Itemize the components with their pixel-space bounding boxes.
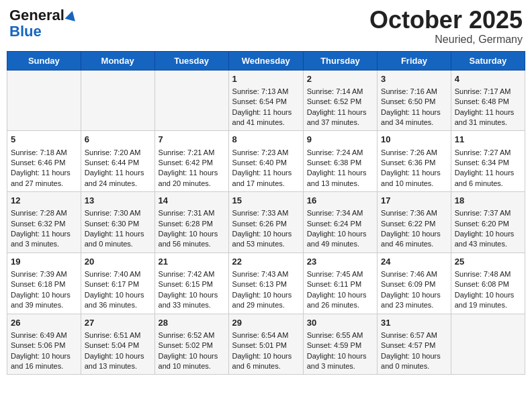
day-info-line: Sunset: 6:15 PM bbox=[159, 279, 225, 289]
day-info-line: Sunset: 6:30 PM bbox=[85, 219, 151, 229]
calendar-cell: 23Sunrise: 7:45 AMSunset: 6:11 PMDayligh… bbox=[303, 253, 377, 314]
day-info-line: Daylight: 11 hours and 37 minutes. bbox=[307, 107, 373, 128]
day-info-line: Sunrise: 7:39 AM bbox=[11, 269, 77, 279]
day-number: 19 bbox=[11, 256, 77, 268]
day-info-line: Sunset: 6:11 PM bbox=[307, 279, 373, 289]
day-number: 25 bbox=[455, 256, 521, 268]
day-info-line: Daylight: 11 hours and 27 minutes. bbox=[11, 168, 77, 189]
day-info-line: Daylight: 10 hours and 10 minutes. bbox=[159, 351, 225, 372]
day-number: 30 bbox=[307, 317, 373, 329]
day-info-line: Sunrise: 7:23 AM bbox=[232, 148, 300, 158]
calendar-cell: 25Sunrise: 7:48 AMSunset: 6:08 PMDayligh… bbox=[451, 253, 525, 314]
day-info-line: Daylight: 11 hours and 10 minutes. bbox=[381, 168, 447, 189]
day-number: 5 bbox=[11, 134, 77, 146]
calendar-cell: 22Sunrise: 7:43 AMSunset: 6:13 PMDayligh… bbox=[228, 253, 303, 314]
day-info-line: Sunrise: 7:20 AM bbox=[85, 148, 151, 158]
calendar-cell: 31Sunrise: 6:57 AMSunset: 4:57 PMDayligh… bbox=[378, 314, 451, 375]
day-info-line: Sunset: 6:50 PM bbox=[381, 97, 447, 107]
day-info-line: Sunset: 6:32 PM bbox=[11, 219, 77, 229]
day-info-line: Sunrise: 7:42 AM bbox=[159, 269, 225, 279]
calendar-cell: 13Sunrise: 7:30 AMSunset: 6:30 PMDayligh… bbox=[81, 192, 154, 253]
calendar-cell: 18Sunrise: 7:37 AMSunset: 6:20 PMDayligh… bbox=[451, 192, 525, 253]
day-info-line: Daylight: 10 hours and 26 minutes. bbox=[307, 290, 373, 311]
day-info-line: Daylight: 10 hours and 6 minutes. bbox=[232, 351, 300, 372]
calendar-table: SundayMondayTuesdayWednesdayThursdayFrid… bbox=[7, 51, 525, 375]
day-info-line: Sunrise: 7:31 AM bbox=[159, 208, 225, 218]
day-info-line: Sunrise: 7:40 AM bbox=[85, 269, 151, 279]
day-info-line: Daylight: 10 hours and 53 minutes. bbox=[232, 229, 300, 250]
day-number: 10 bbox=[381, 134, 447, 146]
day-number: 29 bbox=[232, 317, 300, 329]
day-number: 11 bbox=[455, 134, 521, 146]
day-info-line: Sunset: 6:54 PM bbox=[232, 97, 300, 107]
day-info-line: Sunrise: 7:21 AM bbox=[159, 148, 225, 158]
day-info-line: Sunset: 6:26 PM bbox=[232, 219, 300, 229]
day-info-line: Daylight: 10 hours and 49 minutes. bbox=[307, 229, 373, 250]
day-number: 28 bbox=[159, 317, 225, 329]
day-info-line: Sunset: 6:17 PM bbox=[85, 279, 151, 289]
day-number: 2 bbox=[307, 73, 373, 85]
weekday-header-friday: Friday bbox=[378, 51, 451, 70]
day-info-line: Sunrise: 7:46 AM bbox=[381, 269, 447, 279]
day-info-line: Daylight: 11 hours and 6 minutes. bbox=[455, 168, 521, 189]
day-info-line: Daylight: 10 hours and 29 minutes. bbox=[232, 290, 300, 311]
day-info-line: Sunset: 5:06 PM bbox=[11, 340, 77, 351]
day-info-line: Daylight: 10 hours and 43 minutes. bbox=[455, 229, 521, 250]
day-info-line: Sunrise: 6:51 AM bbox=[85, 330, 151, 340]
calendar-cell: 15Sunrise: 7:33 AMSunset: 6:26 PMDayligh… bbox=[228, 192, 303, 253]
day-number: 20 bbox=[85, 256, 151, 268]
day-info-line: Sunset: 6:52 PM bbox=[307, 97, 373, 107]
weekday-header-tuesday: Tuesday bbox=[154, 51, 228, 70]
day-info-line: Sunset: 6:20 PM bbox=[455, 219, 521, 229]
calendar-cell: 30Sunrise: 6:55 AMSunset: 4:59 PMDayligh… bbox=[303, 314, 377, 375]
day-number: 14 bbox=[159, 195, 225, 207]
day-info-line: Sunset: 6:24 PM bbox=[307, 219, 373, 229]
day-info-line: Sunrise: 6:54 AM bbox=[232, 330, 300, 340]
calendar-cell: 8Sunrise: 7:23 AMSunset: 6:40 PMDaylight… bbox=[228, 131, 303, 192]
day-info-line: Daylight: 11 hours and 31 minutes. bbox=[455, 107, 521, 128]
calendar-cell: 1Sunrise: 7:13 AMSunset: 6:54 PMDaylight… bbox=[228, 70, 303, 131]
day-number: 17 bbox=[381, 195, 447, 207]
day-info-line: Daylight: 10 hours and 19 minutes. bbox=[455, 290, 521, 311]
calendar-cell: 29Sunrise: 6:54 AMSunset: 5:01 PMDayligh… bbox=[228, 314, 303, 375]
day-info-line: Sunrise: 7:14 AM bbox=[307, 87, 373, 97]
day-number: 8 bbox=[232, 134, 300, 146]
day-info-line: Daylight: 11 hours and 17 minutes. bbox=[232, 168, 300, 189]
day-info-line: Sunset: 5:04 PM bbox=[85, 340, 151, 351]
day-info-line: Daylight: 10 hours and 36 minutes. bbox=[85, 290, 151, 311]
day-info-line: Sunset: 6:22 PM bbox=[381, 219, 447, 229]
calendar-week-row: 26Sunrise: 6:49 AMSunset: 5:06 PMDayligh… bbox=[7, 314, 525, 375]
day-info-line: Sunset: 6:44 PM bbox=[85, 158, 151, 168]
day-info-line: Daylight: 10 hours and 13 minutes. bbox=[85, 351, 151, 372]
day-info-line: Sunset: 4:59 PM bbox=[307, 340, 373, 351]
day-info-line: Sunrise: 7:37 AM bbox=[455, 208, 521, 218]
calendar-cell: 12Sunrise: 7:28 AMSunset: 6:32 PMDayligh… bbox=[7, 192, 81, 253]
day-info-line: Daylight: 11 hours and 34 minutes. bbox=[381, 107, 447, 128]
calendar-cell: 19Sunrise: 7:39 AMSunset: 6:18 PMDayligh… bbox=[7, 253, 81, 314]
day-info-line: Sunset: 6:42 PM bbox=[159, 158, 225, 168]
day-info-line: Sunset: 5:02 PM bbox=[159, 340, 225, 351]
day-info-line: Daylight: 11 hours and 41 minutes. bbox=[232, 107, 300, 128]
day-info-line: Sunrise: 7:18 AM bbox=[11, 148, 77, 158]
day-info-line: Sunrise: 7:48 AM bbox=[455, 269, 521, 279]
calendar-cell: 10Sunrise: 7:26 AMSunset: 6:36 PMDayligh… bbox=[378, 131, 451, 192]
calendar-header-row: SundayMondayTuesdayWednesdayThursdayFrid… bbox=[7, 51, 525, 70]
calendar-cell: 4Sunrise: 7:17 AMSunset: 6:48 PMDaylight… bbox=[451, 70, 525, 131]
day-info-line: Daylight: 10 hours and 0 minutes. bbox=[381, 351, 447, 372]
day-info-line: Sunrise: 7:45 AM bbox=[307, 269, 373, 279]
day-info-line: Daylight: 10 hours and 33 minutes. bbox=[159, 290, 225, 311]
page-header: General Blue October 2025 Neuried, Germa… bbox=[7, 7, 525, 46]
calendar-cell: 27Sunrise: 6:51 AMSunset: 5:04 PMDayligh… bbox=[81, 314, 154, 375]
calendar-cell: 14Sunrise: 7:31 AMSunset: 6:28 PMDayligh… bbox=[154, 192, 228, 253]
day-info-line: Sunrise: 6:55 AM bbox=[307, 330, 373, 340]
calendar-week-row: 5Sunrise: 7:18 AMSunset: 6:46 PMDaylight… bbox=[7, 131, 525, 192]
calendar-cell: 21Sunrise: 7:42 AMSunset: 6:15 PMDayligh… bbox=[154, 253, 228, 314]
logo-blue-text: Blue bbox=[9, 24, 42, 39]
logo-triangle-icon bbox=[64, 9, 77, 21]
day-info-line: Daylight: 11 hours and 24 minutes. bbox=[85, 168, 151, 189]
day-info-line: Daylight: 11 hours and 3 minutes. bbox=[11, 229, 77, 250]
day-number: 24 bbox=[381, 256, 447, 268]
calendar-cell: 5Sunrise: 7:18 AMSunset: 6:46 PMDaylight… bbox=[7, 131, 81, 192]
day-number: 21 bbox=[159, 256, 225, 268]
calendar-cell: 9Sunrise: 7:24 AMSunset: 6:38 PMDaylight… bbox=[303, 131, 377, 192]
